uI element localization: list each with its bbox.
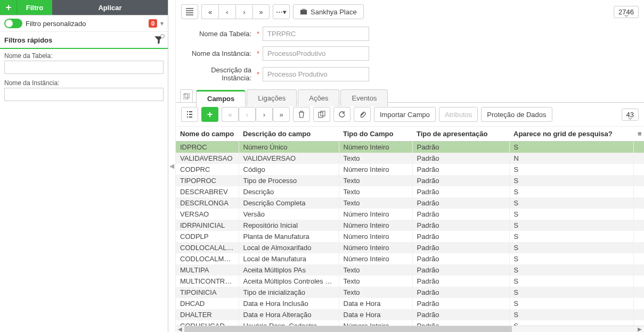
protecao-dados-button[interactable]: Proteção de Dados: [481, 107, 552, 122]
table-row[interactable]: DHCADData e Hora InclusãoData e HoraPadr…: [176, 298, 644, 309]
filter-instancia-input[interactable]: [4, 88, 164, 101]
table-cell: Padrão: [412, 220, 509, 231]
table-row[interactable]: CODPLPPlanta de ManufaturaNúmero Inteiro…: [176, 231, 644, 242]
duplicate-icon[interactable]: [313, 107, 330, 122]
table-cell: IDRPAINICIAL: [176, 220, 239, 231]
table-row[interactable]: MULTICONTROLEAceita Múltiplos Controles …: [176, 276, 644, 287]
nav-next-icon[interactable]: ›: [235, 4, 252, 19]
nav-prev-icon[interactable]: ‹: [218, 4, 235, 19]
column-header[interactable]: Aparece no grid de pesquisa?: [509, 127, 633, 142]
sankhya-place-button[interactable]: Sankhya Place: [293, 4, 364, 19]
table-cell: CODLOCALMANU: [176, 253, 239, 264]
table-cell: Padrão: [412, 209, 509, 220]
more-actions-icon[interactable]: ⋯▾: [273, 4, 290, 19]
filtro-button[interactable]: Filtro: [17, 0, 52, 15]
table-row[interactable]: TIPOPROCTipo de ProcessoTextoPadrãoS: [176, 175, 644, 186]
delete-icon[interactable]: [293, 107, 310, 122]
table-cell: CODUSUCAD: [176, 320, 239, 326]
form-instancia-label: Nome da Instância:: [181, 49, 256, 57]
table-row[interactable]: VERSAOVersãoNúmero InteiroPadrãoS: [176, 209, 644, 220]
table-cell: Número Inteiro: [339, 320, 412, 326]
grid-view-icon[interactable]: [181, 4, 198, 19]
horizontal-scrollbar[interactable]: ◀ ▶: [176, 326, 644, 332]
refresh-icon[interactable]: [333, 107, 350, 122]
add-filter-button[interactable]: +: [0, 0, 17, 15]
custom-filter-row: Filtro personalizado 0 ▾: [0, 15, 168, 32]
table-row[interactable]: DHALTERData e Hora AlteraçãoData e HoraP…: [176, 309, 644, 320]
table-row[interactable]: IDPROCNúmero ÚnicoNúmero InteiroPadrãoS: [176, 142, 644, 153]
table-cell: Texto: [339, 276, 412, 287]
table-row[interactable]: DESCRLONGADescrição CompletaTextoPadrãoS: [176, 197, 644, 209]
importar-campo-button[interactable]: Importar Campo: [374, 107, 436, 122]
table-cell: DESCRABREV: [176, 186, 239, 197]
table-row[interactable]: CODLOCALMANULocal de ManufaturaNúmero In…: [176, 253, 644, 264]
table-row[interactable]: CODLOCALALMOXLocal de AlmoxarifadoNúmero…: [176, 242, 644, 253]
column-header[interactable]: Tipo de apresentação: [412, 127, 509, 142]
filter-tabela-input[interactable]: [4, 61, 164, 74]
table-cell: Aceita Múltiplos PAs: [239, 264, 339, 276]
table-cell: S: [509, 197, 633, 209]
table-cell: Repositório Inicial: [239, 220, 339, 231]
column-menu-icon[interactable]: ≡: [633, 127, 644, 142]
grid-wrap[interactable]: Nome do campoDescrição do campoTipo do C…: [176, 127, 644, 326]
table-cell: Número Único: [239, 142, 339, 153]
form-descricao-value[interactable]: Processo Produtivo: [263, 67, 369, 81]
table-cell: S: [509, 186, 633, 197]
table-cell: Número Inteiro: [339, 220, 412, 231]
chevron-down-icon[interactable]: ▾: [160, 20, 164, 27]
pane-resize-handle[interactable]: ◀: [168, 0, 176, 332]
copy-icon[interactable]: [180, 89, 193, 102]
atributos-button[interactable]: Atributos: [439, 107, 478, 122]
table-cell: Padrão: [412, 264, 509, 276]
sub-nav-first-icon[interactable]: «: [222, 107, 239, 122]
table-cell: Número Inteiro: [339, 242, 412, 253]
table-cell: Número Inteiro: [339, 253, 412, 264]
table-cell: MULTIPA: [176, 264, 239, 276]
table-cell: CODPLP: [176, 231, 239, 242]
table-cell: Planta de Manufatura: [239, 231, 339, 242]
column-header[interactable]: Nome do campo: [176, 127, 239, 142]
table-cell: MULTICONTROLE: [176, 276, 239, 287]
table-cell: Padrão: [412, 175, 509, 186]
table-row[interactable]: TIPOINICIATipo de inicializaçãoTextoPadr…: [176, 287, 644, 298]
funnel-icon[interactable]: [154, 35, 164, 45]
nav-last-icon[interactable]: »: [252, 4, 270, 19]
table-row[interactable]: DESCRABREVDescriçãoTextoPadrãoS: [176, 186, 644, 197]
briefcase-icon: [300, 8, 307, 15]
table-cell: S: [509, 276, 633, 287]
table-cell: DHCAD: [176, 298, 239, 309]
table-cell: Padrão: [412, 287, 509, 298]
form-instancia-value[interactable]: ProcessoProdutivo: [263, 46, 369, 61]
table-row[interactable]: VALIDAVERSAOVALIDAVERSAOTextoPadrãoN: [176, 153, 644, 164]
table-cell: Descrição: [239, 186, 339, 197]
table-row[interactable]: CODPRCCódigoNúmero InteiroPadrãoS: [176, 164, 644, 175]
column-header[interactable]: Descrição do campo: [239, 127, 339, 142]
form-tabela-label: Nome da Tabela:: [181, 30, 256, 38]
table-cell: Local de Manufatura: [239, 253, 339, 264]
table-cell: S: [509, 175, 633, 186]
table-cell: S: [509, 231, 633, 242]
nav-first-icon[interactable]: «: [201, 4, 218, 19]
custom-filter-label: Filtro personalizado: [26, 20, 86, 28]
table-cell: Data e Hora Inclusão: [239, 298, 339, 309]
list-view-icon[interactable]: [181, 107, 198, 122]
filter-instancia-label: Nome da Instância:: [4, 79, 164, 87]
filter-field-tabela: Nome da Tabela:: [0, 49, 168, 76]
table-row[interactable]: CODUSUCADUsuário Resp. CadastroNúmero In…: [176, 320, 644, 326]
required-marker: *: [257, 70, 259, 78]
tab-campos[interactable]: Campos: [196, 90, 246, 107]
table-cell: Padrão: [412, 231, 509, 242]
form-tabela-value[interactable]: TPRPRC: [263, 27, 369, 41]
sub-nav-prev-icon[interactable]: ‹: [239, 107, 256, 122]
aplicar-button[interactable]: Aplicar: [52, 0, 168, 15]
table-row[interactable]: IDRPAINICIALRepositório InicialNúmero In…: [176, 220, 644, 231]
table-row[interactable]: MULTIPAAceita Múltiplos PAsTextoPadrãoS: [176, 264, 644, 276]
table-cell: Padrão: [412, 320, 509, 326]
custom-filter-toggle[interactable]: [4, 19, 22, 28]
column-header[interactable]: Tipo do Campo: [339, 127, 412, 142]
sub-nav-next-icon[interactable]: ›: [256, 107, 273, 122]
sub-nav-last-icon[interactable]: »: [273, 107, 290, 122]
attachment-icon[interactable]: [354, 107, 371, 122]
table-cell: Texto: [339, 264, 412, 276]
add-row-button[interactable]: +: [201, 107, 218, 122]
